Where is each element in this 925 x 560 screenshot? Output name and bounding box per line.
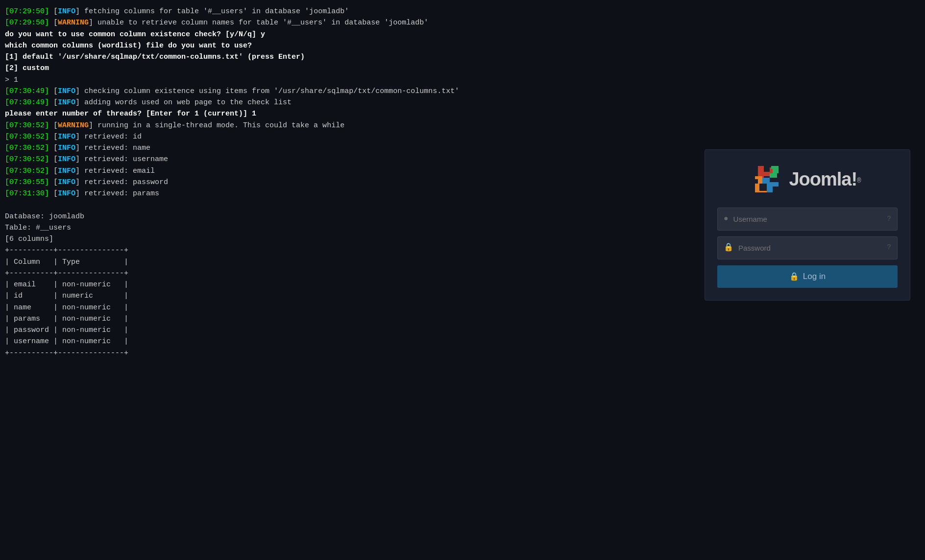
terminal-line: which common columns (wordlist) file do … [5,40,920,51]
terminal-line: +----------+---------------+ [5,348,920,359]
password-input[interactable] [738,244,883,252]
terminal-line: | password | non-numeric | [5,325,920,336]
joomla-brand-text: Joomla!® [789,165,861,194]
username-input[interactable] [733,215,883,223]
joomla-icon [754,164,783,194]
terminal-line: [07:29:50] [INFO] fetching columns for t… [5,6,920,17]
login-button-label: Log in [803,272,826,281]
terminal-line: [07:30:49] [INFO] adding words used on w… [5,97,920,108]
terminal-line: [07:30:49] [INFO] checking column existe… [5,86,920,97]
terminal-line: > 1 [5,74,920,86]
password-field-container[interactable]: 🔒 ? [717,236,898,259]
terminal-line: | name | non-numeric | [5,302,920,313]
terminal-line: [07:30:52] [WARNING] running in a single… [5,120,920,131]
terminal-line: [1] default '/usr/share/sqlmap/txt/commo… [5,51,920,63]
lock-field-icon: 🔒 [724,242,733,254]
joomla-login-panel: Joomla!® ● ? 🔒 ? 🔒 Log in [705,149,910,301]
terminal-line: [07:29:50] [WARNING] unable to retrieve … [5,17,920,28]
terminal: [07:29:50] [INFO] fetching columns for t… [0,0,925,560]
username-help-icon: ? [887,214,891,225]
login-button[interactable]: 🔒 Log in [717,265,898,288]
user-icon: ● [724,213,729,225]
terminal-line: [07:30:52] [INFO] retrieved: id [5,131,920,142]
terminal-line: please enter number of threads? [Enter f… [5,108,920,119]
joomla-logo: Joomla!® [717,164,898,194]
joomla-name: Joomla! [789,169,857,189]
password-help-icon: ? [887,242,891,253]
terminal-line: | params | non-numeric | [5,313,920,325]
terminal-line: do you want to use common column existen… [5,29,920,40]
terminal-line: | username | non-numeric | [5,336,920,347]
username-field-container[interactable]: ● ? [717,208,898,231]
login-lock-icon: 🔒 [789,272,799,281]
terminal-line: [2] custom [5,63,920,74]
